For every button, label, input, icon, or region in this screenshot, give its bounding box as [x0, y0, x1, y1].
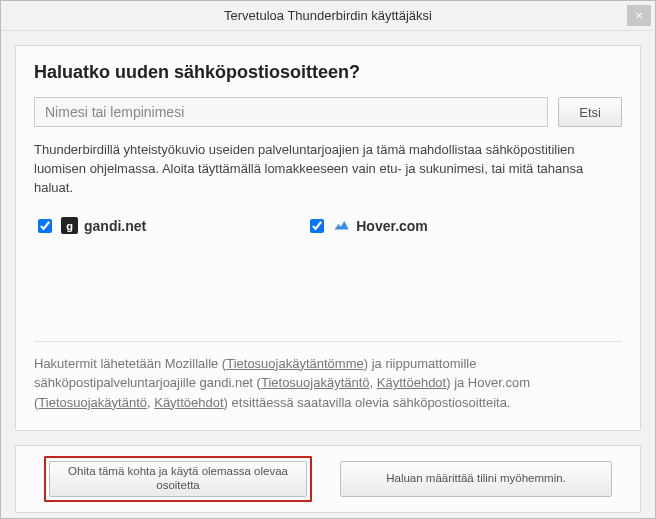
provider-hover-label: Hover.com — [356, 218, 428, 234]
dialog-window: Tervetuloa Thunderbirdin käyttäjäksi × H… — [0, 0, 656, 519]
description-text: Thunderbirdillä yhteistyökuvio useiden p… — [34, 141, 622, 198]
title-bar: Tervetuloa Thunderbirdin käyttäjäksi × — [1, 1, 655, 31]
close-icon: × — [635, 8, 643, 23]
provider-gandi-checkbox[interactable] — [38, 219, 52, 233]
provider-gandi[interactable]: g gandi.net — [34, 216, 146, 236]
name-input[interactable] — [34, 97, 548, 127]
provider-hover-checkbox[interactable] — [310, 219, 324, 233]
highlighted-button-frame: Ohita tämä kohta ja käytä olemassa oleva… — [44, 456, 312, 502]
skip-use-existing-button[interactable]: Ohita tämä kohta ja käytä olemassa oleva… — [49, 461, 307, 497]
main-panel: Haluatko uuden sähköpostiosoitteen? Etsi… — [15, 45, 641, 431]
link-mozilla-privacy[interactable]: Tietosuojakäytäntömme — [226, 356, 364, 371]
gandi-icon: g — [61, 217, 78, 234]
content-area: Haluatko uuden sähköpostiosoitteen? Etsi… — [1, 31, 655, 519]
configure-later-button[interactable]: Haluan määrittää tilini myöhemmin. — [340, 461, 612, 497]
close-button[interactable]: × — [627, 5, 651, 26]
provider-hover[interactable]: Hover.com — [306, 216, 428, 236]
privacy-footer: Hakutermit lähetetään Mozillalle (Tietos… — [34, 341, 622, 413]
hover-icon — [333, 217, 350, 234]
link-gandi-privacy[interactable]: Tietosuojakäytäntö — [261, 375, 370, 390]
provider-list: g gandi.net Hover.com — [34, 216, 622, 236]
search-button[interactable]: Etsi — [558, 97, 622, 127]
link-hover-tos[interactable]: Käyttöehdot — [154, 395, 223, 410]
link-hover-privacy[interactable]: Tietosuojakäytäntö — [38, 395, 147, 410]
provider-gandi-label: gandi.net — [84, 218, 146, 234]
search-row: Etsi — [34, 97, 622, 127]
link-gandi-tos[interactable]: Käyttöehdot — [377, 375, 446, 390]
button-bar: Ohita tämä kohta ja käytä olemassa oleva… — [15, 445, 641, 513]
window-title: Tervetuloa Thunderbirdin käyttäjäksi — [224, 8, 432, 23]
page-heading: Haluatko uuden sähköpostiosoitteen? — [34, 62, 622, 83]
